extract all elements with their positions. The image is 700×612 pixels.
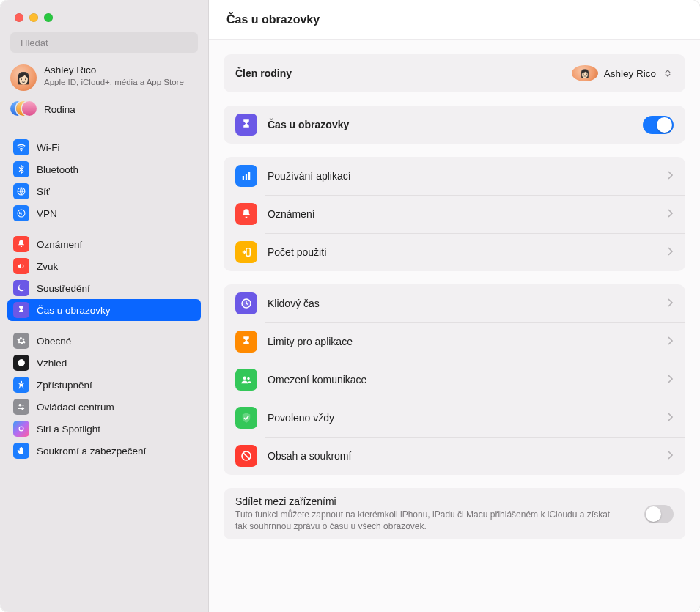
gear-icon: [13, 333, 29, 349]
chevron-right-icon: [668, 449, 674, 462]
row-pickups[interactable]: Počet použití: [224, 233, 685, 271]
row-label: Oznámení: [268, 208, 657, 220]
sidebar-item-network[interactable]: Síť: [7, 180, 201, 202]
avatar: 👩🏻: [10, 64, 37, 91]
sidebar-item-label: Zvuk: [37, 261, 58, 272]
row-app-usage[interactable]: Používání aplikací: [224, 157, 685, 195]
sidebar-item-label: Soustředění: [37, 283, 90, 294]
row-downtime[interactable]: Klidový čas: [224, 284, 685, 322]
row-share-across-devices: Sdílet mezi zařízeními Tuto funkci můžet…: [224, 488, 685, 539]
share-devices-toggle[interactable]: [644, 505, 674, 523]
avatar: 👩🏻: [572, 65, 598, 81]
close-window-button[interactable]: [15, 13, 23, 22]
chevron-right-icon: [668, 373, 674, 386]
screentime-toggle[interactable]: [643, 116, 674, 134]
sidebar-item-label: Ovládací centrum: [37, 402, 114, 413]
screentime-toggle-label: Čas u obrazovky: [268, 119, 633, 130]
family-member-row[interactable]: Člen rodiny 👩🏻 Ashley Rico: [224, 54, 685, 92]
family-avatars: [10, 101, 37, 117]
sidebar-item-label: Wi-Fi: [37, 142, 59, 153]
svg-rect-12: [243, 176, 244, 180]
sidebar-item-bluetooth[interactable]: Bluetooth: [7, 158, 201, 180]
nosign-icon: [235, 445, 257, 467]
screentime-toggle-row: Čas u obrazovky: [224, 106, 685, 144]
family-label: Rodina: [44, 104, 75, 115]
people-icon: [235, 369, 257, 391]
siri-icon: [13, 421, 29, 437]
share-subtitle: Tuto funkci můžete zapnout na kterémkoli…: [235, 509, 624, 532]
hourglass-icon: [13, 302, 29, 318]
chevron-right-icon: [668, 207, 674, 221]
chevron-right-icon: [668, 169, 674, 183]
share-title: Sdílet mezi zařízeními: [235, 495, 624, 507]
row-label: Používání aplikací: [268, 170, 657, 182]
chevron-right-icon: [668, 335, 674, 348]
svg-rect-13: [246, 174, 247, 180]
sidebar-item-siri[interactable]: Siri a Spotlight: [7, 418, 201, 440]
sidebar-item-label: Síť: [37, 186, 50, 197]
fullscreen-window-button[interactable]: [44, 13, 53, 22]
sidebar-item-privacy[interactable]: Soukromí a zabezpečení: [7, 440, 201, 462]
minimize-window-button[interactable]: [29, 13, 38, 22]
window-controls: [0, 7, 208, 32]
appearance-icon: [13, 355, 29, 371]
sidebar-item-label: Siri a Spotlight: [37, 424, 100, 435]
sidebar-item-accessibility[interactable]: Zpřístupnění: [7, 374, 201, 396]
svg-line-21: [243, 453, 249, 459]
check-shield-icon: [235, 407, 257, 429]
accessibility-icon: [13, 377, 29, 393]
sidebar-item-controlcenter[interactable]: Ovládací centrum: [7, 396, 201, 418]
sidebar-item-sound[interactable]: Zvuk: [7, 255, 201, 277]
chevron-updown-icon: [662, 67, 674, 80]
sidebar-item-general[interactable]: Obecné: [7, 330, 201, 352]
svg-rect-15: [246, 248, 250, 257]
svg-point-10: [22, 408, 23, 409]
moon-icon: [13, 280, 29, 296]
row-label: Klidový čas: [268, 298, 657, 309]
bell-icon: [235, 203, 257, 225]
row-label: Obsah a soukromí: [268, 450, 657, 462]
sidebar-item-label: VPN: [37, 208, 57, 219]
bluetooth-icon: [13, 161, 29, 177]
sidebar-item-label: Soukromí a zabezpečení: [37, 446, 146, 457]
vpn-icon: [13, 205, 29, 221]
sliders-icon: [13, 399, 29, 415]
search-input[interactable]: [21, 37, 192, 48]
sidebar-item-label: Bluetooth: [37, 164, 78, 175]
sidebar-item-screentime[interactable]: Čas u obrazovky: [7, 299, 201, 321]
family-member-label: Člen rodiny: [235, 67, 292, 79]
svg-point-2: [21, 150, 21, 150]
chevron-right-icon: [668, 411, 674, 424]
page-title: Čas u obrazovky: [226, 13, 320, 26]
chevron-right-icon: [668, 246, 674, 259]
sidebar-item-appleid[interactable]: 👩🏻 Ashley Rico Apple ID, iCloud+, média …: [0, 60, 208, 98]
sidebar-item-label: Čas u obrazovky: [37, 305, 111, 316]
svg-rect-14: [248, 172, 250, 180]
clock-icon: [235, 292, 257, 314]
account-subtitle: Apple ID, iCloud+, média a App Store: [44, 77, 184, 87]
chevron-right-icon: [668, 297, 674, 310]
row-always-allowed[interactable]: Povoleno vždy: [224, 399, 685, 437]
sidebar-item-appearance[interactable]: Vzhled: [7, 352, 201, 374]
row-label: Limity pro aplikace: [268, 336, 657, 347]
family-member-popup[interactable]: 👩🏻 Ashley Rico: [572, 65, 674, 81]
sidebar-item-label: Vzhled: [37, 358, 67, 369]
row-communication[interactable]: Omezení komunikace: [224, 361, 685, 399]
sidebar-item-family[interactable]: Rodina: [0, 98, 208, 126]
sidebar-item-notifications[interactable]: Oznámení: [7, 233, 201, 255]
bell-icon: [13, 236, 29, 252]
row-notifications[interactable]: Oznámení: [224, 195, 685, 233]
sidebar-item-label: Zpřístupnění: [37, 380, 92, 391]
search-field[interactable]: [10, 32, 198, 53]
row-content-privacy[interactable]: Obsah a soukromí: [224, 437, 685, 475]
hourglass-icon: [235, 331, 257, 353]
sidebar-item-wifi[interactable]: Wi-Fi: [7, 136, 201, 158]
main-pane: Čas u obrazovky Člen rodiny 👩🏻 Ashley Ri…: [209, 0, 700, 612]
row-applimits[interactable]: Limity pro aplikace: [224, 322, 685, 361]
svg-point-11: [19, 427, 23, 431]
hand-icon: [13, 443, 29, 459]
sidebar-item-vpn[interactable]: VPN: [7, 202, 201, 224]
sidebar-item-focus[interactable]: Soustředění: [7, 277, 201, 299]
globe-icon: [13, 183, 29, 199]
titlebar: Čas u obrazovky: [209, 0, 700, 40]
